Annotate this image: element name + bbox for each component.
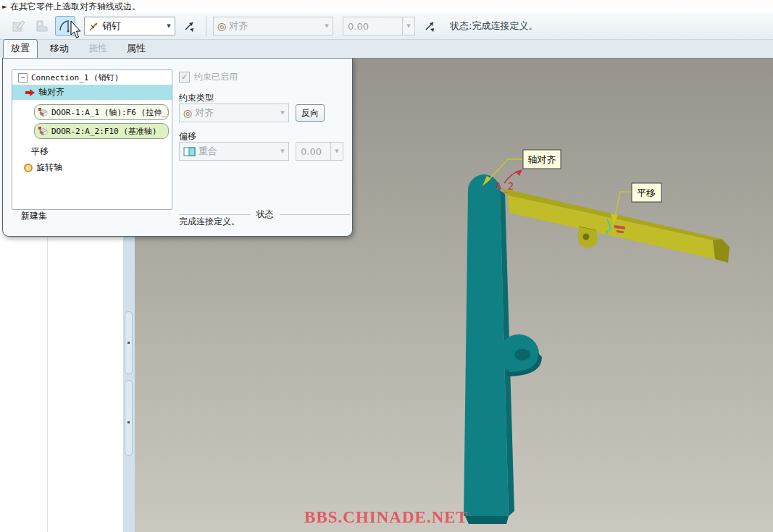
tree-axis-align-row[interactable]: 轴对齐	[12, 85, 172, 100]
constraint-type-value: 对齐	[229, 20, 320, 33]
prompt-text: 在其它零件上选取对齐轴线或边。	[10, 1, 141, 13]
flip-arrows-icon	[423, 20, 436, 33]
flip-constraint-button-2[interactable]	[419, 16, 440, 36]
pin-joint-icon	[58, 19, 72, 33]
dashboard-tabs: 放置 移动 挠性 属性	[0, 40, 773, 58]
toolbar-status-text: 状态:完成连接定义。	[450, 20, 538, 33]
status-text: 完成连接定义。	[179, 216, 240, 228]
joint-type-dropdown[interactable]: 销钉 ▼	[84, 17, 175, 35]
constraint-enabled-label: 约束已启用	[194, 71, 238, 83]
datum-display-button[interactable]	[9, 16, 29, 36]
part-icon	[38, 107, 48, 117]
align-ring-icon: ◎	[183, 107, 192, 119]
constraint-type-select-value: 对齐	[195, 106, 276, 119]
constraint-type-label: 约束类型	[179, 92, 214, 104]
rotation-axis-label: 旋转轴	[36, 161, 62, 174]
offset-value-text: 0.00	[348, 21, 402, 32]
constraint-enabled-row: ✓ 约束已启用	[179, 71, 238, 83]
reference-door1-label: DOOR-1:A_1 (轴):F6 (拉伸_1	[51, 107, 169, 118]
prompt-arrow-icon: ►	[2, 4, 7, 10]
watermark-text: BBS.CHINADE.NET	[304, 508, 468, 526]
constraint-type-select[interactable]: ◎ 对齐 ▼	[179, 104, 289, 122]
constraint-tree: − Connection_1 (销钉) 轴对齐 D	[12, 69, 172, 210]
offset-row: 重合 ▼ 0.00 ▼	[179, 142, 343, 161]
dashboard-toolbar: 销钉 ▼ ◎ 对齐 ▼ 0.00 ▼ 状态:完成连接定义	[0, 13, 773, 40]
collapse-icon[interactable]: −	[18, 73, 28, 83]
tab-placement[interactable]: 放置	[3, 39, 38, 58]
sash-handle-grip	[128, 342, 130, 344]
reference-row-door1[interactable]: DOOR-1:A_1 (轴):F6 (拉伸_1	[34, 104, 169, 120]
joint-type-value: 销钉	[102, 20, 162, 33]
sash-handle-bottom[interactable]	[125, 380, 133, 456]
flip-constraint-button[interactable]	[179, 16, 199, 36]
tab-move[interactable]: 移动	[43, 40, 76, 58]
constraint-type-row: ◎ 对齐 ▼ 反向	[179, 104, 325, 122]
part-icon	[38, 126, 48, 136]
reference-door2-label: DOOR-2:A_2:F10 (基准轴)	[51, 126, 157, 137]
connection-label: Connection_1 (销钉)	[31, 72, 119, 83]
offset-value-input[interactable]: 0.00 ▼	[343, 17, 415, 35]
align-ring-icon: ◎	[217, 20, 226, 32]
new-set-link[interactable]: 新建集	[21, 210, 47, 222]
offset-mode-value: 重合	[199, 145, 276, 158]
coincide-icon	[183, 147, 196, 156]
callout-axis-align-label: 轴对齐	[528, 154, 556, 165]
constraint-enabled-checkbox[interactable]: ✓	[179, 72, 190, 83]
flip-arrows-icon	[183, 20, 196, 33]
placement-dialog: − Connection_1 (销钉) 轴对齐 D	[2, 58, 353, 237]
offset-dropdown-arrow-icon[interactable]: ▼	[402, 17, 414, 35]
translation-label: 平移	[31, 145, 49, 158]
axis-align-label: 轴对齐	[38, 86, 64, 98]
toolbar-separator	[206, 16, 206, 36]
sash-handle-grip	[128, 421, 130, 423]
joint-type-dropdown-arrow-icon[interactable]: ▼	[162, 17, 175, 35]
axis-a2-label: A_2	[496, 180, 514, 193]
offset-distance-input[interactable]: 0.00 ▼	[296, 142, 343, 161]
datum-pencil-icon	[12, 19, 26, 33]
corner-block-icon	[35, 19, 49, 33]
red-arrow-icon	[25, 89, 35, 96]
flip-button[interactable]: 反向	[296, 104, 325, 122]
main-area: A_2 轴对齐 平移 BBS.CHINADE.NET	[0, 58, 773, 532]
reference-row-door2[interactable]: DOOR-2:A_2:F10 (基准轴)	[34, 123, 169, 139]
offset-distance-value: 0.00	[301, 146, 330, 157]
status-label: 状态	[256, 208, 274, 221]
message-bar: ► 在其它零件上选取对齐轴线或边。	[0, 0, 773, 13]
pin-axis-icon	[88, 21, 99, 32]
tab-flexibility[interactable]: 挠性	[81, 40, 114, 58]
offset-label: 偏移	[179, 130, 196, 143]
constraint-type-dropdown[interactable]: ◎ 对齐 ▼	[213, 17, 333, 35]
tree-connection-row[interactable]: − Connection_1 (销钉)	[18, 72, 172, 83]
callout-translation-label: 平移	[637, 187, 656, 198]
tree-translation-row[interactable]: 平移	[31, 145, 172, 158]
offset-mode-select[interactable]: 重合 ▼	[179, 142, 289, 161]
offset-mode-arrow-icon[interactable]: ▼	[276, 143, 288, 160]
offset-distance-arrow-icon[interactable]: ▼	[330, 143, 343, 160]
constraint-type-dropdown-arrow-icon[interactable]: ▼	[320, 17, 333, 35]
sash-handle-top[interactable]	[125, 311, 133, 374]
constraint-type-select-arrow-icon[interactable]: ▼	[276, 104, 288, 122]
application-window: ► 在其它零件上选取对齐轴线或边。	[0, 0, 773, 532]
placement-surface-button[interactable]	[32, 16, 52, 36]
tab-properties[interactable]: 属性	[120, 40, 153, 58]
constraint-detail-column: ✓ 约束已启用 约束类型 ◎ 对齐 ▼ 反向 偏移	[177, 59, 351, 236]
tree-rotation-axis-row[interactable]: 旋转轴	[24, 161, 172, 174]
rotation-axis-icon	[24, 164, 33, 172]
connection-tool-button[interactable]	[55, 16, 75, 36]
